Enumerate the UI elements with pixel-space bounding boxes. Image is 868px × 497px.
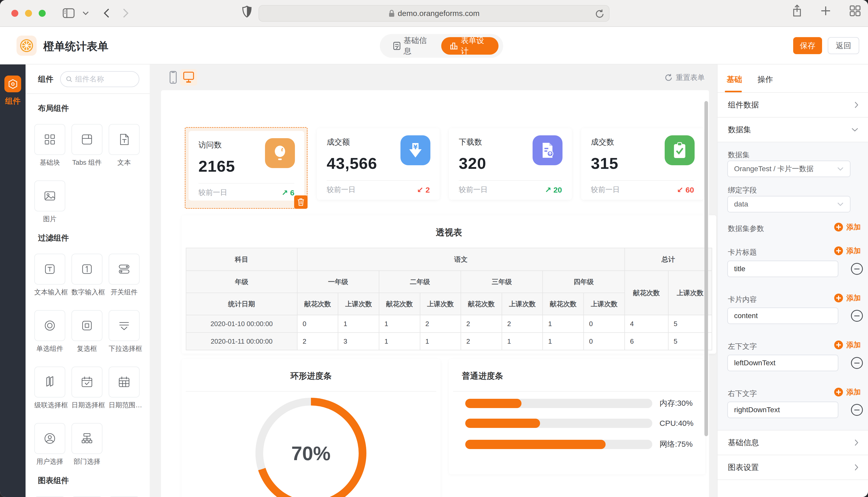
card-title-input[interactable]	[727, 260, 838, 277]
tile-radio[interactable]: 单选组件	[34, 310, 65, 353]
ring-progress-widget[interactable]: 环形进度条 70%	[182, 359, 440, 497]
phone-icon	[169, 71, 177, 84]
tile-user[interactable]: 用户选择	[34, 423, 65, 466]
user-icon	[43, 432, 56, 445]
remove-card-title-button[interactable]	[851, 263, 863, 275]
chart-settings-row[interactable]: 图表设置	[718, 455, 868, 480]
stat-card-deals[interactable]: 成交数 315 较前一日 ↙ 60	[581, 128, 704, 200]
tile-select[interactable]: 下拉选择框	[109, 310, 140, 353]
add-card-title-button[interactable]: 添加	[834, 246, 861, 256]
calendar-range-icon	[118, 375, 131, 389]
stat-card-amount[interactable]: 成交额 43,566 ¥ 较前一日 ↙ 2	[317, 128, 440, 200]
save-button[interactable]: 保存	[793, 37, 822, 54]
sidebar-chevron-icon[interactable]	[82, 11, 89, 15]
back-icon[interactable]	[104, 8, 110, 18]
pivot-header: 语文	[297, 248, 625, 271]
stat-card-downloads[interactable]: 下载数 320 较前一日 ↗ 20	[449, 128, 572, 200]
pivot-header: 二年级	[379, 271, 461, 293]
trash-icon	[298, 198, 304, 206]
stat-card-visits[interactable]: 访问数 2165 较前一日 ↗ 6	[189, 131, 304, 201]
monitor-icon	[183, 71, 194, 83]
progress-bars-widget[interactable]: 普通进度条 内存:30% CPU:40% 网络:75%	[449, 359, 705, 474]
delete-widget-button[interactable]	[294, 195, 307, 209]
sidebar-toggle-icon[interactable]	[63, 8, 74, 18]
zoom-window-button[interactable]	[39, 10, 46, 17]
divider	[327, 180, 430, 181]
tile-dept[interactable]: 部门选择	[71, 423, 102, 466]
search-input[interactable]	[75, 75, 134, 83]
left-down-input[interactable]	[727, 355, 838, 371]
text-input-icon	[43, 262, 56, 276]
card-content-input[interactable]	[727, 308, 838, 324]
tab-overview-icon[interactable]	[850, 5, 861, 16]
components-panel: 组件 布局组件 基础块 Tabs 组件 文本	[26, 65, 150, 497]
tab-action[interactable]: 操作	[758, 74, 773, 85]
remove-right-down-button[interactable]	[851, 404, 863, 416]
chevron-right-icon	[854, 464, 859, 471]
tab-basic-info[interactable]: 基础信息	[384, 35, 441, 56]
close-window-button[interactable]	[11, 10, 18, 17]
remove-left-down-button[interactable]	[851, 357, 863, 369]
number-input-icon	[80, 262, 94, 276]
panel-title: 组件	[38, 74, 53, 85]
pivot-table-widget[interactable]: 透视表 科目 语文 总计 年级 一年级 二年级	[182, 215, 716, 354]
tile-text[interactable]: 文本	[109, 124, 140, 167]
section-chart-label: 图表组件	[38, 475, 150, 486]
address-bar[interactable]: demo.orangeforms.com	[259, 5, 609, 22]
bind-field-select[interactable]: data	[727, 196, 851, 212]
inspector-tabs: 基础 操作	[718, 65, 868, 93]
calendar-check-icon	[80, 375, 94, 389]
pivot-title: 透视表	[182, 227, 716, 239]
basic-info-row[interactable]: 基础信息	[718, 430, 868, 455]
compare-label: 较前一日	[591, 185, 620, 195]
divider	[453, 391, 701, 392]
progress-title: 普通进度条	[462, 370, 705, 382]
rail-components-button[interactable]	[4, 75, 21, 92]
mobile-preview-button[interactable]	[165, 69, 182, 86]
tab-basic[interactable]: 基础	[727, 74, 742, 85]
component-data-row[interactable]: 组件数据	[718, 93, 868, 117]
add-right-down-button[interactable]: 添加	[834, 387, 861, 397]
tile-image[interactable]: 图片	[34, 181, 65, 224]
new-tab-icon[interactable]	[821, 6, 831, 16]
minimize-window-button[interactable]	[25, 10, 32, 17]
progress-label: 网络:75%	[660, 439, 692, 450]
progress-fill	[465, 418, 540, 428]
progress-label: 内存:30%	[660, 398, 692, 409]
reset-icon	[664, 73, 673, 82]
checkbox-icon	[80, 319, 94, 332]
reset-form-button[interactable]: 重置表单	[664, 73, 705, 83]
params-label: 数据集参数	[728, 224, 764, 233]
orange-logo-icon	[19, 39, 34, 53]
tab-form-design[interactable]: 表单设计	[441, 37, 498, 55]
back-button[interactable]: 返回	[828, 37, 859, 54]
progress-fill	[465, 440, 606, 449]
tile-switch[interactable]: 开关组件	[109, 254, 140, 297]
dataset-select[interactable]: OrangeTest / 卡片一数据	[727, 160, 851, 177]
add-param-button[interactable]: 添加	[834, 222, 861, 232]
tile-tabs[interactable]: Tabs 组件	[71, 124, 102, 167]
forward-icon[interactable]	[123, 8, 129, 18]
right-down-input[interactable]	[727, 402, 838, 418]
remove-card-content-button[interactable]	[851, 310, 863, 322]
tile-number-input[interactable]: 数字输入框	[71, 254, 102, 297]
component-search[interactable]	[60, 71, 139, 87]
add-card-content-button[interactable]: 添加	[834, 293, 861, 303]
chevron-down-icon	[837, 167, 844, 171]
tile-text-input[interactable]: 文本输入框	[34, 254, 65, 297]
compare-label: 较前一日	[327, 185, 356, 195]
dataset-section-row[interactable]: 数据集	[718, 117, 868, 142]
add-left-down-button[interactable]: 添加	[834, 340, 861, 350]
selected-widget-outline[interactable]: 访问数 2165 较前一日 ↗ 6	[185, 127, 307, 209]
share-icon[interactable]	[792, 5, 802, 17]
tile-basic-block[interactable]: 基础块	[34, 124, 65, 167]
tile-date-range[interactable]: 日期范围…	[109, 367, 140, 410]
plus-circle-icon	[834, 387, 843, 397]
reload-icon[interactable]	[595, 9, 604, 19]
tile-date[interactable]: 日期选择框	[71, 367, 102, 410]
desktop-preview-button[interactable]	[180, 69, 197, 86]
tile-checkbox[interactable]: 复选框	[71, 310, 102, 353]
canvas-scrollbar[interactable]	[704, 101, 708, 436]
privacy-shield-icon[interactable]	[242, 6, 252, 17]
tile-cascade[interactable]: 级联选择框	[34, 367, 65, 410]
